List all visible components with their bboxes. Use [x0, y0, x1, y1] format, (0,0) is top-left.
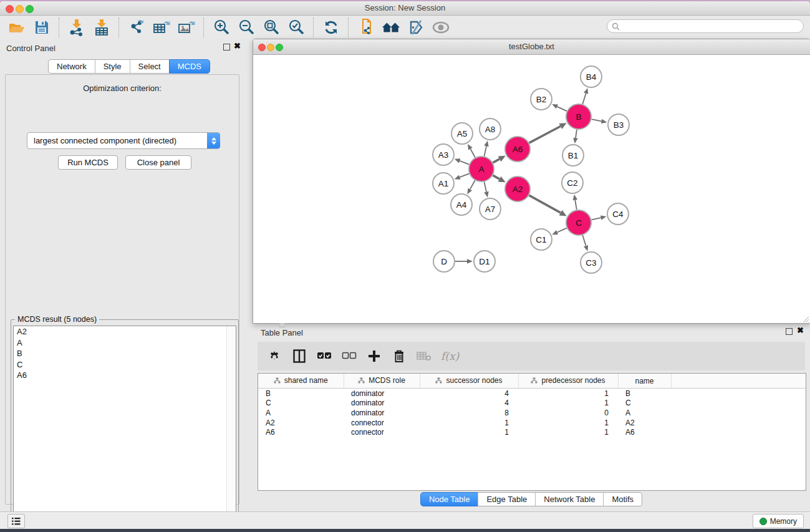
table-row[interactable]: A6connector11A6 — [258, 427, 806, 437]
tab-network-table[interactable]: Network Table — [535, 492, 604, 506]
task-history-button[interactable] — [7, 514, 25, 528]
tab-select[interactable]: Select — [130, 59, 170, 74]
table-row[interactable]: Bdominator41B — [258, 389, 806, 399]
table-cell[interactable]: 1 — [518, 389, 618, 399]
table-cell[interactable]: 4 — [420, 389, 518, 399]
table-row[interactable]: Cdominator41C — [258, 399, 806, 409]
table-cell[interactable]: 1 — [518, 427, 618, 437]
network-canvas[interactable]: AA1A2A3A4A5A6A7A8BB1B2B3B4CC1C2C3C4DD1 — [253, 55, 810, 322]
hide-labels-icon[interactable] — [407, 18, 425, 37]
graph-edge-A-A2[interactable] — [493, 175, 499, 179]
column-header-mcds-role[interactable]: MCDS role — [344, 374, 420, 389]
home-icon[interactable] — [382, 18, 400, 37]
table-cell[interactable]: A — [618, 408, 671, 418]
zoom-fit-icon[interactable] — [262, 18, 281, 37]
graph-edge-B-B2[interactable] — [557, 107, 567, 111]
table-cell[interactable] — [671, 408, 806, 418]
import-network-icon[interactable] — [67, 18, 86, 37]
graph-edge-A-A8[interactable] — [484, 146, 486, 156]
open-session-icon[interactable] — [7, 18, 26, 37]
table-cell[interactable]: B — [258, 389, 344, 399]
table-cell[interactable] — [671, 418, 806, 428]
network-from-selection-icon[interactable] — [357, 18, 375, 37]
eye-icon[interactable] — [432, 18, 450, 37]
graph-edge-A-A1[interactable] — [460, 173, 469, 177]
graph-edge-C-C4[interactable] — [591, 218, 600, 220]
resize-grip-icon[interactable] — [802, 314, 809, 322]
memory-button[interactable]: Memory — [753, 514, 804, 528]
table-cell[interactable]: A — [258, 408, 344, 418]
graph-edge-B-B3[interactable] — [592, 119, 602, 121]
mcds-result-list[interactable]: A2ABCA6 — [13, 326, 236, 529]
network-window-titlebar[interactable]: testGlobe.txt — [253, 39, 810, 55]
save-session-icon[interactable] — [32, 18, 51, 37]
tab-mcds[interactable]: MCDS — [169, 59, 210, 74]
column-header-shared-name[interactable]: shared name — [258, 374, 344, 389]
table-cell[interactable]: C — [258, 399, 344, 409]
table-cell[interactable]: 4 — [420, 399, 518, 409]
close-panel-icon[interactable]: ✖ — [234, 43, 241, 49]
table-cell[interactable]: dominator — [344, 389, 420, 399]
graph-edge-A2-C[interactable] — [529, 195, 561, 213]
table-cell[interactable]: A2 — [618, 418, 671, 428]
search-input[interactable] — [607, 19, 804, 33]
graph-edge-A-A5[interactable] — [470, 149, 475, 158]
graph-edge-A-A4[interactable] — [470, 180, 475, 189]
tab-motifs[interactable]: Motifs — [603, 492, 642, 506]
select-all-icon[interactable] — [316, 348, 332, 364]
close-panel-button[interactable]: Close panel — [125, 155, 191, 170]
table-cell[interactable]: A6 — [258, 427, 344, 437]
table-cell[interactable]: A6 — [618, 427, 671, 437]
graph-edge-A-A6[interactable] — [493, 159, 499, 163]
table-cell[interactable]: connector — [344, 418, 420, 428]
tab-network[interactable]: Network — [48, 59, 95, 74]
mcds-result-item[interactable]: C — [14, 359, 236, 370]
close-table-panel-icon[interactable]: ✖ — [797, 327, 804, 334]
graph-edge-A6-B[interactable] — [529, 126, 561, 143]
import-table-icon[interactable] — [92, 18, 111, 37]
graph-edge-B-B1[interactable] — [576, 130, 577, 138]
criterion-dropdown[interactable]: largest connected component (directed) — [27, 132, 220, 149]
delete-icon[interactable] — [391, 348, 407, 364]
tab-style[interactable]: Style — [95, 59, 130, 74]
mcds-result-item[interactable]: B — [14, 348, 236, 359]
zoom-in-icon[interactable] — [212, 18, 231, 37]
table-cell[interactable] — [671, 399, 806, 409]
float-panel-icon[interactable] — [223, 44, 230, 51]
table-cell[interactable]: C — [618, 399, 671, 409]
table-cell[interactable] — [671, 389, 806, 399]
table-row[interactable]: Adominator80A — [258, 408, 806, 418]
node-table[interactable]: shared name MCDS role successor nodes pr… — [258, 373, 806, 491]
table-cell[interactable]: 1 — [518, 418, 618, 428]
tab-node-table[interactable]: Node Table — [420, 492, 479, 506]
zoom-selected-icon[interactable] — [287, 18, 306, 37]
column-header-successor-nodes[interactable]: successor nodes — [420, 374, 518, 389]
table-cell[interactable]: 1 — [518, 399, 618, 409]
gear-icon[interactable] — [266, 348, 282, 364]
network-graph[interactable]: AA1A2A3A4A5A6A7A8BB1B2B3B4CC1C2C3C4DD1 — [253, 55, 809, 322]
table-cell[interactable]: 8 — [420, 408, 518, 418]
mcds-result-item[interactable]: A6 — [14, 370, 236, 381]
export-image-icon[interactable] — [177, 18, 196, 37]
table-cell[interactable]: A2 — [258, 418, 344, 428]
column-header-predecessor-nodes[interactable]: predecessor nodes — [518, 374, 618, 389]
delete-table-icon[interactable] — [416, 348, 432, 364]
run-mcds-button[interactable]: Run MCDS — [58, 155, 118, 170]
refresh-icon[interactable] — [322, 18, 340, 37]
graph-edge-C-C3[interactable] — [582, 235, 586, 246]
table-row[interactable]: A2connector11A2 — [258, 418, 806, 428]
export-table-icon[interactable] — [152, 18, 171, 37]
table-cell[interactable]: 1 — [420, 418, 518, 428]
graph-edge-C-C1[interactable] — [557, 228, 567, 233]
add-column-icon[interactable] — [366, 348, 382, 364]
scrollbar[interactable] — [226, 326, 236, 529]
table-cell[interactable]: 1 — [420, 427, 518, 437]
table-cell[interactable]: 0 — [518, 408, 618, 418]
table-cell[interactable]: connector — [344, 427, 420, 437]
column-header-name[interactable]: name — [618, 374, 671, 389]
mcds-result-item[interactable]: A2 — [14, 326, 236, 337]
table-cell[interactable]: dominator — [344, 408, 420, 418]
columns-icon[interactable] — [291, 348, 307, 364]
graph-edge-A-A3[interactable] — [460, 161, 469, 165]
tab-edge-table[interactable]: Edge Table — [478, 492, 536, 506]
